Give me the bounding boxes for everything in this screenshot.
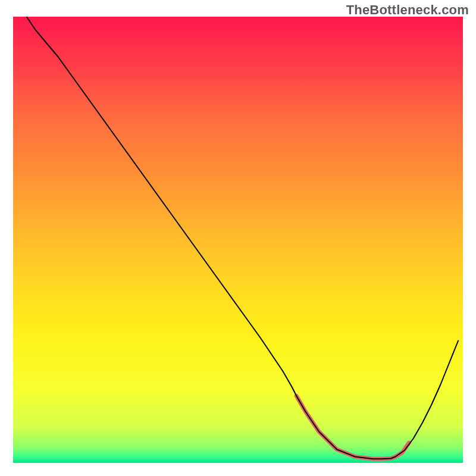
watermark-text: TheBottleneck.com bbox=[346, 2, 469, 18]
plot-background bbox=[13, 17, 463, 463]
chart-frame: TheBottleneck.com bbox=[0, 0, 476, 476]
chart-svg bbox=[0, 0, 476, 476]
